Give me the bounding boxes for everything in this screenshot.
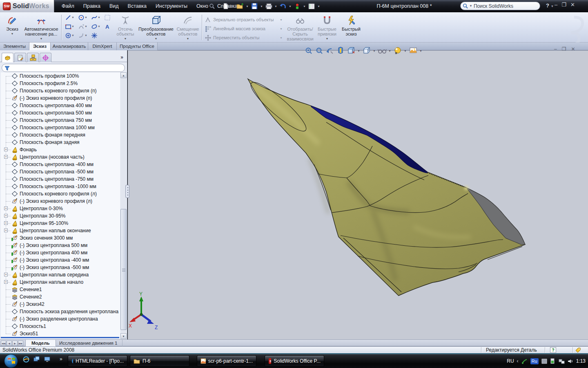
tree-item[interactable]: Плоскость центроплана 1000 мм bbox=[1, 124, 119, 131]
tree-item[interactable]: Плоскость профиля 2.5% bbox=[1, 80, 119, 87]
cmd-snaps-button[interactable]: Быстрыепривязки▼ bbox=[315, 13, 339, 41]
scroll-down-arrow[interactable]: ▼ bbox=[120, 333, 127, 339]
tree-expand-plus[interactable]: + bbox=[4, 273, 8, 276]
cmd-trim-button[interactable]: Отсечьобъекты▼ bbox=[115, 13, 136, 41]
tag-icon[interactable] bbox=[575, 347, 581, 353]
network-icon[interactable] bbox=[559, 359, 565, 364]
menu-4[interactable]: Инструменты bbox=[151, 0, 192, 12]
sketch-tool-circle[interactable] bbox=[78, 14, 85, 21]
open-button[interactable] bbox=[236, 2, 245, 11]
tab-motion-study[interactable]: Исследование движения 1 bbox=[54, 340, 122, 346]
tree-expand-plus[interactable]: + bbox=[4, 280, 8, 284]
tree-item[interactable]: Плоскость корневого профиля (л) bbox=[1, 190, 119, 197]
tab-dimxpertmanager[interactable] bbox=[40, 53, 51, 62]
switch-windows-icon[interactable] bbox=[33, 356, 40, 363]
view-vorient-button[interactable] bbox=[347, 46, 356, 55]
tray-lang[interactable]: RU bbox=[507, 358, 514, 364]
newdoc-button[interactable] bbox=[221, 2, 230, 11]
viewport[interactable]: Y X Z bbox=[128, 50, 588, 339]
undo-button[interactable] bbox=[278, 2, 287, 11]
save-button[interactable] bbox=[250, 2, 259, 11]
doc-minimize-button[interactable]: – bbox=[554, 46, 557, 52]
rebuild-button[interactable] bbox=[293, 2, 302, 11]
taskbar-button-2[interactable]: scr-p6-part-centr-1... bbox=[197, 355, 256, 367]
tree-item[interactable]: (-) Эскиз корневого профиля (л) bbox=[1, 197, 119, 205]
cmd-relations-button[interactable]: Отобразить/Скрытьвзаимосвязи▼ bbox=[286, 13, 314, 41]
tray-signal-icon[interactable] bbox=[521, 358, 528, 364]
scroll-up-arrow[interactable]: ▲ bbox=[120, 72, 127, 78]
help-button[interactable]: ? ▼ bbox=[546, 2, 554, 9]
tab-scroll-prev[interactable]: ◀ bbox=[7, 341, 12, 346]
tree-item[interactable]: +Центроплан наплыв середина bbox=[1, 271, 119, 278]
show-desktop-icon[interactable] bbox=[44, 356, 51, 363]
tree-item[interactable]: Плоскость центроплана 400 мм bbox=[1, 102, 119, 109]
tree-item[interactable]: Сечение2 bbox=[1, 293, 119, 301]
command-tab-4[interactable]: Продукты Office bbox=[117, 43, 158, 50]
tray-ime[interactable]: Ru bbox=[530, 358, 539, 364]
command-tab-3[interactable]: DimXpert bbox=[88, 43, 117, 50]
tree-expand-plus[interactable]: + bbox=[4, 229, 8, 232]
sketch-tool-cplus[interactable] bbox=[65, 32, 71, 39]
tree-item[interactable]: Плоскость центроплана -500 мм bbox=[1, 168, 119, 175]
cmd-mirror-button[interactable]: Зеркально отразить объекты▼ bbox=[205, 16, 283, 24]
tray-app-icon[interactable] bbox=[541, 359, 547, 364]
tree-item[interactable]: Плоскость фонаря задняя bbox=[1, 139, 119, 146]
tree-item[interactable]: +Центроплан 95-100% bbox=[1, 220, 119, 227]
menu-0[interactable]: Файл bbox=[57, 0, 79, 12]
tree-item[interactable]: (-) Эскиз центроплана 500 мм bbox=[1, 242, 119, 249]
tray-collapse-chevron[interactable]: ‹ bbox=[517, 358, 519, 364]
tree-item[interactable]: +Центроплан 30-95% bbox=[1, 212, 119, 220]
view-zoomarea-button[interactable] bbox=[315, 46, 324, 55]
sketch-tool-spline[interactable] bbox=[91, 14, 98, 21]
cmd-lpattern-button[interactable]: Линейный массив эскиза▼ bbox=[205, 25, 283, 33]
minimize-button[interactable]: – bbox=[555, 2, 557, 8]
tree-expand-plus[interactable]: + bbox=[4, 214, 8, 218]
panel-splitter[interactable] bbox=[125, 185, 129, 198]
doc-restore-button[interactable]: ❐ bbox=[562, 46, 566, 52]
tree-item[interactable]: Плоскость центроплана -400 мм bbox=[1, 161, 119, 168]
tray-clock[interactable]: 1:13 bbox=[576, 358, 586, 364]
tab-scroll-last[interactable]: ▶▶ bbox=[18, 341, 23, 346]
menu-1[interactable]: Правка bbox=[79, 0, 105, 12]
tree-item[interactable]: (-) Эскиз разделения центроплана bbox=[1, 315, 119, 323]
sketch-tool-textA[interactable]: A bbox=[104, 23, 111, 30]
view-appearance-button[interactable] bbox=[393, 46, 402, 55]
options-button[interactable] bbox=[307, 2, 316, 11]
sketch-tool-arc3[interactable] bbox=[78, 23, 85, 30]
taskbar-button-3[interactable]: SWSolidWorks Office P... bbox=[265, 355, 324, 367]
cmd-convert-button[interactable]: Преобразованиеобъектов▼ bbox=[136, 13, 176, 41]
tree-expand-plus[interactable]: + bbox=[4, 206, 8, 210]
tree-item[interactable]: (-) Эскиз42 bbox=[1, 301, 119, 308]
tree-scrollbar[interactable]: ▲ ▼ bbox=[120, 72, 127, 339]
sketch-tool-rect[interactable] bbox=[65, 23, 71, 30]
view-hideshow-button[interactable] bbox=[378, 46, 387, 55]
rollback-bar[interactable] bbox=[1, 337, 119, 338]
search-input[interactable]: ▼ Поиск SolidWorks bbox=[460, 2, 540, 10]
sketch-tool-line[interactable] bbox=[65, 14, 71, 21]
tab-model[interactable]: Модель bbox=[25, 340, 56, 346]
sketch-tool-arcg[interactable] bbox=[78, 32, 85, 39]
taskbar-button-0[interactable]: HTMLReader - [Про... bbox=[68, 355, 127, 367]
tree-item[interactable]: (-) Эскиз корневого профиля (п) bbox=[1, 94, 119, 102]
tree-item[interactable]: Эскиз сечения 3000 мм bbox=[1, 234, 119, 242]
tab-scroll-next[interactable]: ▶ bbox=[12, 341, 18, 346]
tree-item[interactable]: +Центроплан 0-30% bbox=[1, 205, 119, 212]
tab-configurationmanager[interactable] bbox=[27, 53, 39, 62]
view-section-button[interactable] bbox=[336, 46, 345, 55]
scroll-thumb[interactable] bbox=[120, 209, 127, 330]
cmd-rapid-button[interactable]: Быстрыйэскиз bbox=[340, 13, 363, 41]
restore-button[interactable]: ❐ bbox=[561, 2, 566, 8]
cmd-smartdim-button[interactable]: Автоматическоенанесение ра...▼ bbox=[24, 13, 59, 41]
panel-expand-chevron[interactable]: » bbox=[120, 54, 123, 60]
tree-item[interactable]: Эскиз51 bbox=[1, 330, 119, 337]
volume-icon[interactable] bbox=[568, 359, 573, 364]
ie-icon[interactable] bbox=[23, 356, 29, 363]
quick-tips-icon[interactable]: ? bbox=[550, 347, 556, 353]
close-button[interactable]: ✕ bbox=[570, 2, 575, 8]
tree-item[interactable]: Плоскость1 bbox=[1, 323, 119, 330]
tree-expand-plus[interactable]: + bbox=[4, 221, 8, 225]
view-scene-button[interactable] bbox=[409, 46, 418, 55]
menu-2[interactable]: Вид bbox=[105, 0, 123, 12]
cmd-offset-button[interactable]: Смещениеобъектов▼ bbox=[176, 13, 200, 41]
tab-featuremanager[interactable] bbox=[2, 53, 13, 62]
